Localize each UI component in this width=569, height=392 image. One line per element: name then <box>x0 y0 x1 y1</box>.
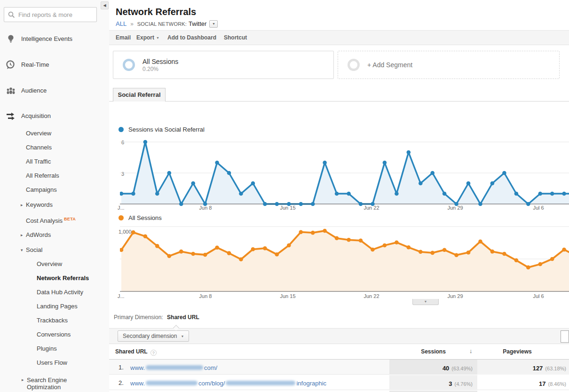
breadcrumb-all-link[interactable]: ALL <box>116 20 126 27</box>
dropdown-icon: ▼ <box>212 22 215 25</box>
sidebar-item-trackbacks[interactable]: Trackbacks <box>37 316 68 325</box>
shared-url-link[interactable]: www.com/blog/infographic <box>130 379 326 387</box>
sidebar-item-label: Landing Pages <box>37 303 78 310</box>
sidebar-item-keywords[interactable]: ▸Keywords <box>26 201 53 209</box>
sidebar-item-label: AdWords <box>26 231 51 238</box>
sidebar-item-cost-analysis[interactable]: Cost AnalysisBETA <box>26 215 76 223</box>
sidebar-item-label: Plugins <box>37 345 57 352</box>
x-axis-tick: Jun 15 <box>274 293 302 299</box>
sessions-percent: (63.49%) <box>451 366 473 371</box>
sidebar-item-network-referrals[interactable]: Network Referrals <box>37 274 89 282</box>
shared-url-link[interactable]: www.com/ <box>130 364 217 371</box>
shortcut-button[interactable]: Shortcut <box>224 31 247 45</box>
sidebar-item-data-hub-activity[interactable]: Data Hub Activity <box>37 288 83 297</box>
sidebar-item-label: Overview <box>37 260 62 267</box>
export-button[interactable]: Export▼ <box>136 31 159 45</box>
sidebar-item-all-referrals[interactable]: All Referrals <box>26 172 59 180</box>
x-axis-tick: J... <box>118 205 132 211</box>
sidebar-item-search-engine-optimization[interactable]: ▸Search Engine Optimization <box>27 376 102 391</box>
sessions-social-referral-chart[interactable] <box>120 136 569 207</box>
add-to-dashboard-button[interactable]: Add to Dashboard <box>167 31 216 45</box>
legend-label: All Sessions <box>128 214 162 221</box>
table-row: 2. www.com/blog/infographic 3(4.76%) 17(… <box>109 375 569 390</box>
search-input[interactable] <box>18 11 101 18</box>
x-axis-tick: Jun 22 <box>357 293 386 299</box>
segment-ring-icon <box>348 59 360 71</box>
sidebar-item-plugins[interactable]: Plugins <box>37 345 57 353</box>
x-axis-tick: Jun 22 <box>357 205 386 211</box>
column-header-pageviews[interactable]: Pageviews <box>477 348 557 355</box>
sidebar-item-social[interactable]: ▾Social <box>26 246 42 254</box>
breadcrumb-separator: » <box>130 21 134 27</box>
x-axis-tick: J... <box>118 293 132 299</box>
sidebar-item-all-traffic[interactable]: All Traffic <box>26 157 51 166</box>
x-axis-tick: Jun 15 <box>274 205 302 211</box>
sidebar-item-intelligence-events[interactable]: Intelligence Events <box>0 35 109 43</box>
sessions-value: 3 <box>449 380 452 387</box>
sidebar-item-channels[interactable]: Channels <box>26 143 52 152</box>
primary-dimension-shared-url[interactable]: Shared URL <box>167 314 199 321</box>
sessions-cell: 3(4.76%) <box>389 375 477 390</box>
chart-collapse-button[interactable]: ▼ <box>412 299 439 305</box>
x-axis-tick: Jul 6 <box>524 205 553 211</box>
table-header-row: Shared URL? Sessions ↓ Pageviews <box>109 344 569 360</box>
legend-dot-icon <box>119 127 124 132</box>
pageviews-value: 127 <box>533 365 543 372</box>
secondary-dimension-button[interactable]: Secondary dimension▼ <box>118 330 189 342</box>
all-sessions-chart[interactable] <box>120 225 569 293</box>
legend-sessions-social-referral: Sessions via Social Referral <box>119 126 205 133</box>
add-segment-card[interactable]: + Add Segment <box>338 51 560 79</box>
primary-dimension-row: Primary Dimension: Shared URL <box>114 314 199 321</box>
sidebar-item-landing-pages[interactable]: Landing Pages <box>37 302 78 311</box>
chevron-right-icon: ▸ <box>21 201 23 209</box>
sidebar-item-adwords[interactable]: ▸AdWords <box>26 231 51 239</box>
sidebar-item-label: Intelligence Events <box>21 35 72 43</box>
primary-dimension-label: Primary Dimension: <box>114 314 163 321</box>
sidebar-item-label: Acquisition <box>21 112 51 120</box>
acquisition-arrows-icon <box>6 111 16 121</box>
url-text: com/ <box>204 364 217 371</box>
collapse-down-icon: ▼ <box>424 300 427 303</box>
email-button[interactable]: Email <box>116 31 131 45</box>
sidebar-item-acquisition[interactable]: Acquisition <box>0 112 109 120</box>
breadcrumb-network-value: Twitter <box>189 20 206 27</box>
url-text: com/blog/ <box>198 380 225 387</box>
sidebar-item-campaigns[interactable]: Campaigns <box>26 186 57 194</box>
segment-all-sessions-card[interactable]: All Sessions 0.20% <box>113 51 334 79</box>
sessions-cell: 40(63.49%) <box>389 360 477 375</box>
sidebar-item-conversions[interactable]: Conversions <box>37 330 71 339</box>
audience-people-icon <box>6 86 16 95</box>
column-label: Shared URL <box>115 348 148 355</box>
segment-ring-icon <box>123 59 135 71</box>
pageviews-percent: (8.46%) <box>548 381 566 387</box>
network-dropdown-button[interactable]: ▼ <box>209 20 218 28</box>
pageviews-percent: (63.18%) <box>545 366 566 371</box>
sidebar-item-label: All Referrals <box>26 172 59 179</box>
help-icon[interactable]: ? <box>150 350 157 356</box>
action-toolbar: Email Export▼ Add to Dashboard Shortcut <box>109 30 569 45</box>
lightbulb-icon <box>6 34 16 44</box>
x-axis-tick: Jun 8 <box>191 293 220 299</box>
sidebar-item-social-overview[interactable]: Overview <box>37 260 62 268</box>
page-title: Network Referrals <box>116 7 196 17</box>
table-filter-input-partial[interactable] <box>561 330 569 343</box>
sort-desc-icon[interactable]: ↓ <box>469 347 473 354</box>
sidebar-collapse-button[interactable]: ◀ <box>101 1 109 9</box>
collapse-left-icon: ◀ <box>103 3 106 8</box>
sidebar-item-label: Trackbacks <box>37 317 68 324</box>
search-icon <box>8 11 15 18</box>
chevron-right-icon: ▸ <box>22 376 24 384</box>
sidebar-item-label: Network Referrals <box>37 274 89 282</box>
column-header-shared-url[interactable]: Shared URL? <box>115 348 157 356</box>
tab-social-referral[interactable]: Social Referral <box>113 88 166 102</box>
sidebar-item-audience[interactable]: Audience <box>0 86 109 95</box>
sidebar-item-real-time[interactable]: Real-Time <box>0 61 109 69</box>
column-header-sessions[interactable]: Sessions <box>389 348 477 355</box>
sidebar-item-users-flow[interactable]: Users Flow <box>37 359 67 367</box>
row-rank: 2. <box>119 379 124 386</box>
breadcrumb-dimension-label: SOCIAL NETWORK: <box>137 21 187 27</box>
sidebar-item-label: Users Flow <box>37 359 67 366</box>
sidebar-item-overview[interactable]: Overview <box>26 129 51 138</box>
clock-icon <box>6 60 16 70</box>
sidebar-item-label: Search Engine Optimization <box>27 376 67 391</box>
